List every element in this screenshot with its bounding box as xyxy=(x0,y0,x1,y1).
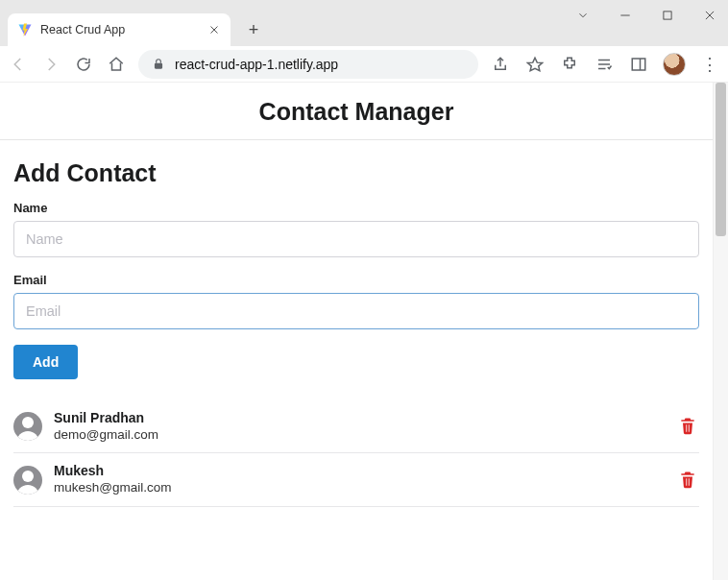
tab-close-icon[interactable] xyxy=(207,23,221,36)
window-controls xyxy=(576,9,716,22)
name-label: Name xyxy=(13,201,699,215)
list-item: Sunil Pradhan demo@gmail.com xyxy=(13,400,699,453)
section-title: Add Contact xyxy=(13,159,699,187)
star-icon[interactable] xyxy=(524,54,546,75)
maximize-icon[interactable] xyxy=(661,9,674,22)
trash-icon xyxy=(678,470,697,489)
contact-name: Mukesh xyxy=(54,463,667,480)
page-header: Contact Manager xyxy=(0,83,713,140)
contact-email: demo@gmail.com xyxy=(54,427,667,444)
side-panel-icon[interactable] xyxy=(628,54,649,75)
url-text: react-crud-app-1.netlify.app xyxy=(175,57,465,72)
main-container: Add Contact Name Email Add Sunil Pradhan… xyxy=(0,140,713,507)
page-viewport: Contact Manager Add Contact Name Email A… xyxy=(0,83,713,580)
minimize-icon[interactable] xyxy=(619,9,632,22)
avatar-placeholder-icon xyxy=(13,412,42,441)
share-icon[interactable] xyxy=(490,54,511,75)
contact-info: Sunil Pradhan demo@gmail.com xyxy=(54,410,667,443)
add-button[interactable]: Add xyxy=(13,345,78,379)
email-label: Email xyxy=(13,273,699,287)
svg-rect-1 xyxy=(664,12,671,19)
svg-rect-8 xyxy=(155,62,162,68)
reload-button[interactable] xyxy=(73,54,94,75)
svg-rect-13 xyxy=(632,59,645,70)
browser-chrome: React Crud App + react-crud-app-1.netlif… xyxy=(0,0,728,83)
reading-list-icon[interactable] xyxy=(594,54,615,75)
delete-button[interactable] xyxy=(678,416,699,437)
list-item: Mukesh mukesh@gmail.com xyxy=(13,453,699,506)
extensions-icon[interactable] xyxy=(559,54,580,75)
contact-email: mukesh@gmail.com xyxy=(54,480,667,496)
close-window-icon[interactable] xyxy=(703,9,716,22)
browser-tab[interactable]: React Crud App xyxy=(8,13,231,46)
vite-favicon-icon xyxy=(17,22,33,37)
caret-down-icon[interactable] xyxy=(576,9,590,22)
browser-toolbar: react-crud-app-1.netlify.app ⋮ xyxy=(0,46,728,83)
profile-avatar[interactable] xyxy=(663,53,686,76)
back-button[interactable] xyxy=(8,54,29,75)
scrollbar[interactable] xyxy=(713,83,728,580)
page-title: Contact Manager xyxy=(0,98,713,126)
forward-button[interactable] xyxy=(40,54,61,75)
tab-title: React Crud App xyxy=(40,23,200,36)
contact-name: Sunil Pradhan xyxy=(54,410,667,427)
svg-marker-9 xyxy=(528,58,543,71)
contact-list: Sunil Pradhan demo@gmail.com Mukesh muke… xyxy=(13,400,699,507)
scroll-thumb[interactable] xyxy=(716,83,726,236)
name-field: Name xyxy=(13,201,699,257)
email-field: Email xyxy=(13,273,699,329)
delete-button[interactable] xyxy=(678,470,699,491)
email-input[interactable] xyxy=(13,293,699,329)
contact-info: Mukesh mukesh@gmail.com xyxy=(54,463,667,495)
lock-icon xyxy=(152,58,165,71)
name-input[interactable] xyxy=(13,221,699,257)
toolbar-right-icons: ⋮ xyxy=(490,53,720,76)
home-button[interactable] xyxy=(106,54,127,75)
avatar-placeholder-icon xyxy=(13,466,42,495)
trash-icon xyxy=(678,416,697,435)
address-bar[interactable]: react-crud-app-1.netlify.app xyxy=(138,50,478,79)
new-tab-button[interactable]: + xyxy=(240,16,267,43)
kebab-menu-icon[interactable]: ⋮ xyxy=(699,54,720,75)
